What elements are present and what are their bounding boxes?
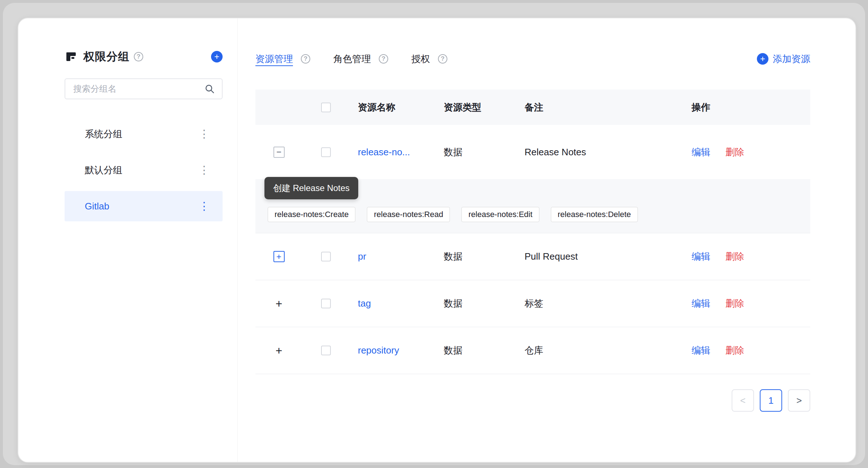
app-logo-icon	[65, 50, 78, 63]
sidebar: 权限分组 ? + 系统分组 ⋮ 默认分组 ⋮	[18, 18, 238, 462]
permission-chip-list: release-notes:Create release-notes:Read …	[268, 207, 802, 222]
delete-button[interactable]: 删除	[725, 146, 744, 159]
add-resource-label: 添加资源	[773, 53, 810, 65]
resource-note: 标签	[516, 297, 683, 310]
add-resource-button[interactable]: + 添加资源	[757, 50, 810, 68]
edit-button[interactable]: 编辑	[692, 297, 710, 310]
resource-note: Pull Request	[516, 251, 683, 262]
edit-button[interactable]: 编辑	[692, 146, 710, 159]
resource-name-link[interactable]: release-no...	[349, 147, 435, 158]
next-page-button[interactable]: >	[788, 389, 810, 412]
resource-note: 仓库	[516, 344, 683, 357]
desktop-background: 权限分组 ? + 系统分组 ⋮ 默认分组 ⋮	[3, 3, 865, 465]
edit-button[interactable]: 编辑	[692, 344, 710, 357]
sidebar-item-gitlab[interactable]: Gitlab ⋮	[65, 191, 223, 221]
row-checkbox[interactable]	[321, 147, 331, 157]
select-all-checkbox[interactable]	[321, 103, 331, 112]
tab-label: 角色管理	[333, 53, 371, 65]
tab-resource-management[interactable]: 资源管理 ?	[255, 53, 310, 65]
resource-name-link[interactable]: pr	[349, 251, 435, 262]
expand-row-button[interactable]: +	[273, 345, 285, 356]
permission-chip[interactable]: release-notes:Create	[268, 207, 355, 222]
delete-button[interactable]: 删除	[725, 250, 744, 263]
help-icon[interactable]: ?	[301, 54, 310, 64]
group-label: 系统分组	[85, 128, 122, 140]
permission-chip[interactable]: release-notes:Delete	[551, 207, 638, 222]
group-label: 默认分组	[85, 164, 122, 177]
sidebar-item-system-group[interactable]: 系统分组 ⋮	[65, 119, 223, 149]
page-title: 权限分组	[83, 49, 130, 64]
resource-note: Release Notes	[516, 147, 683, 158]
table-row: − release-no... 数据 Release Notes 编辑 删除	[255, 125, 810, 179]
group-label: Gitlab	[85, 201, 109, 212]
page-1-button[interactable]: 1	[760, 389, 782, 412]
tab-bar: 资源管理 ? 角色管理 ? 授权 ?	[255, 50, 810, 68]
tab-role-management[interactable]: 角色管理 ?	[333, 53, 388, 65]
resource-type: 数据	[435, 146, 516, 159]
expand-row-button[interactable]: +	[273, 251, 285, 262]
expand-row-button[interactable]: +	[273, 298, 285, 309]
table-row: + tag 数据 标签 编辑 删除	[255, 280, 810, 327]
tab-label: 资源管理	[255, 53, 293, 65]
delete-button[interactable]: 删除	[725, 297, 744, 310]
col-note: 备注	[516, 101, 683, 114]
group-search	[65, 78, 223, 99]
group-menu-icon[interactable]: ⋮	[199, 129, 210, 139]
sidebar-header: 权限分组 ? +	[65, 49, 223, 64]
col-type: 资源类型	[435, 101, 516, 114]
resource-name-link[interactable]: repository	[349, 345, 435, 356]
help-icon[interactable]: ?	[438, 54, 447, 64]
table-row: + repository 数据 仓库 编辑 删除	[255, 327, 810, 374]
tab-authorization[interactable]: 授权 ?	[411, 53, 447, 65]
edit-button[interactable]: 编辑	[692, 250, 710, 263]
select-all-cell	[302, 103, 349, 112]
group-menu-icon[interactable]: ⋮	[199, 201, 210, 212]
col-name: 资源名称	[349, 101, 435, 114]
resource-type: 数据	[435, 250, 516, 263]
table-row: + pr 数据 Pull Request 编辑 删除	[255, 233, 810, 280]
group-menu-icon[interactable]: ⋮	[199, 165, 210, 176]
plus-circle-icon: +	[757, 53, 768, 65]
sidebar-item-default-group[interactable]: 默认分组 ⋮	[65, 155, 223, 185]
permission-chip[interactable]: release-notes:Edit	[461, 207, 539, 222]
search-icon[interactable]	[205, 84, 215, 94]
resource-name-link[interactable]: tag	[349, 298, 435, 309]
row-checkbox[interactable]	[321, 299, 331, 308]
permission-chip[interactable]: release-notes:Read	[367, 207, 450, 222]
table-header-row: 资源名称 资源类型 备注 操作	[255, 90, 810, 125]
pagination: < 1 >	[255, 389, 810, 412]
col-actions: 操作	[683, 101, 810, 114]
resource-type: 数据	[435, 344, 516, 357]
prev-page-button[interactable]: <	[732, 389, 754, 412]
main-panel: 资源管理 ? 角色管理 ? 授权 ? + 添加资源	[238, 18, 855, 462]
app-window: 权限分组 ? + 系统分组 ⋮ 默认分组 ⋮	[18, 18, 856, 463]
permission-tooltip: 创建 Release Notes	[264, 177, 358, 199]
group-list: 系统分组 ⋮ 默认分组 ⋮ Gitlab ⋮	[65, 119, 223, 221]
tab-label: 授权	[411, 53, 430, 65]
search-input[interactable]	[73, 83, 205, 94]
delete-button[interactable]: 删除	[725, 344, 744, 357]
row-checkbox[interactable]	[321, 346, 331, 355]
collapse-row-button[interactable]: −	[273, 147, 285, 158]
help-icon[interactable]: ?	[134, 52, 143, 61]
resource-table: 资源名称 资源类型 备注 操作 − release-no... 数据 Relea…	[255, 90, 810, 374]
help-icon[interactable]: ?	[379, 54, 388, 64]
add-group-button[interactable]: +	[211, 51, 223, 62]
resource-type: 数据	[435, 297, 516, 310]
row-checkbox[interactable]	[321, 252, 331, 261]
